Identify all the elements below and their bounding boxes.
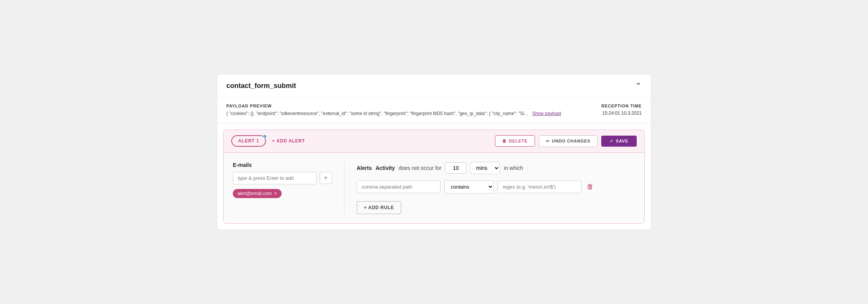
payload-label: PAYLOAD PREVIEW xyxy=(226,104,561,108)
collapse-icon[interactable]: ⌃ xyxy=(635,81,642,90)
undo-icon: ↩ xyxy=(546,139,550,144)
alert-toolbar: ALERT 1 + ADD ALERT 🗑 DELETE ↩ UNDO CHAN… xyxy=(224,130,644,152)
does-not-occur-label: does not occur for xyxy=(399,165,441,171)
alerts-row-top: Alerts Activity does not occur for mins … xyxy=(357,162,635,174)
alerts-config-section: Alerts Activity does not occur for mins … xyxy=(344,162,635,214)
alert-section: ALERT 1 + ADD ALERT 🗑 DELETE ↩ UNDO CHAN… xyxy=(223,130,645,224)
add-rule-button[interactable]: + ADD RULE xyxy=(357,201,401,214)
undo-changes-button[interactable]: ↩ UNDO CHANGES xyxy=(539,135,598,147)
email-input-row: + xyxy=(233,172,332,184)
rule-path-input[interactable] xyxy=(357,181,440,193)
email-add-button[interactable]: + xyxy=(320,172,332,184)
alert-toolbar-left: ALERT 1 + ADD ALERT xyxy=(231,135,305,147)
rule-condition-select[interactable]: contains equals starts with ends with re… xyxy=(444,180,494,194)
rule-delete-button[interactable]: 🗑 xyxy=(585,181,595,192)
card-title: contact_form_submit xyxy=(226,82,296,90)
alerts-section-label: Alerts xyxy=(357,165,372,171)
email-tag-remove[interactable]: × xyxy=(274,191,277,196)
emails-label: E-mails xyxy=(233,162,332,168)
check-icon: ✓ xyxy=(610,139,613,144)
show-payload-link[interactable]: Show payload xyxy=(532,111,561,116)
duration-input[interactable] xyxy=(445,162,466,174)
rule-row: contains equals starts with ends with re… xyxy=(357,180,635,194)
reception-time: 15:24:01 10.3.2021 xyxy=(602,110,642,116)
email-tag: alert@email.com × xyxy=(233,189,282,198)
payload-preview-text: { "cookies": {}, "endpoint": "sdkeventre… xyxy=(226,110,561,117)
email-input[interactable] xyxy=(233,172,317,184)
alert-tab[interactable]: ALERT 1 xyxy=(231,135,266,147)
rule-regex-input[interactable] xyxy=(498,181,581,193)
main-card: contact_form_submit ⌃ PAYLOAD PREVIEW { … xyxy=(217,74,651,230)
add-alert-button[interactable]: + ADD ALERT xyxy=(272,138,305,144)
trash-icon: 🗑 xyxy=(502,139,507,143)
email-tag-value: alert@email.com xyxy=(237,191,272,196)
email-tags: alert@email.com × xyxy=(233,188,332,198)
emails-section: E-mails + alert@email.com × xyxy=(233,162,344,214)
delete-button[interactable]: 🗑 DELETE xyxy=(495,135,535,147)
in-which-label: in which xyxy=(504,165,523,171)
activity-label: Activity xyxy=(376,165,395,171)
duration-unit-select[interactable]: mins hours days xyxy=(470,162,500,174)
alert-toolbar-right: 🗑 DELETE ↩ UNDO CHANGES ✓ SAVE xyxy=(495,135,637,147)
payload-section: PAYLOAD PREVIEW { "cookies": {}, "endpoi… xyxy=(217,98,651,123)
reception-label: RECEPTION TIME xyxy=(601,104,642,108)
alert-body: E-mails + alert@email.com × Alerts Activ… xyxy=(224,152,644,223)
alert-tab-dot xyxy=(263,134,267,138)
save-button[interactable]: ✓ SAVE xyxy=(601,136,637,147)
card-header: contact_form_submit ⌃ xyxy=(217,74,651,98)
